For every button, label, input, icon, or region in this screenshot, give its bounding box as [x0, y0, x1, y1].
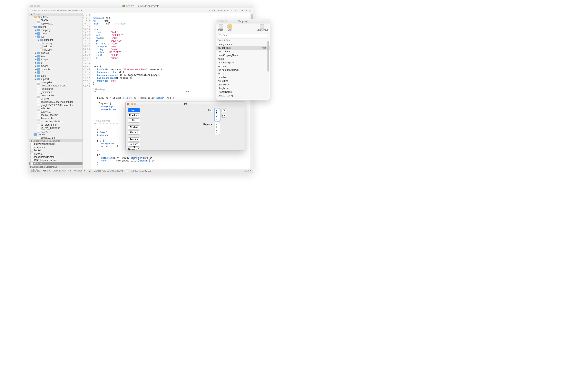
tree-item[interactable]: _section_navigation.txt — [29, 84, 82, 87]
clipping-item[interactable]: haveClippingName — [216, 53, 270, 57]
hash-icon[interactable]: #▾ — [245, 9, 247, 12]
lineend-popup[interactable]: Unix (LF) ▾ — [74, 169, 85, 172]
history-icon[interactable]: ⏱ — [222, 108, 226, 112]
tree-item[interactable]: coderay.css — [29, 42, 82, 45]
tree-item[interactable]: ug_program.txt — [29, 123, 82, 126]
open-doc-item[interactable]: site.css✕ — [29, 162, 82, 165]
traffic-lights[interactable] — [30, 5, 40, 7]
tree-item[interactable]: ▼content — [29, 25, 82, 29]
counterpart-icon[interactable]: ⎘ — [250, 9, 251, 12]
tree-item[interactable]: _sub_section.txt — [29, 94, 82, 97]
tree-item[interactable]: _sidebar.txt — [29, 91, 82, 94]
zoom-popup[interactable]: 100% ▾ — [243, 169, 251, 172]
clipping-item[interactable]: mumble — [216, 75, 270, 79]
grep-toggle-icon[interactable]: g ▾ — [222, 114, 226, 118]
open-doc-item[interactable]: index.txt✕ — [29, 152, 82, 155]
project-tree[interactable]: ▼rake filesSitefiledeploy.rake▼content▶c… — [29, 16, 82, 140]
open-doc-item[interactable]: faq.txt✕ — [29, 149, 82, 152]
tree-item[interactable]: ▼layouts — [29, 133, 82, 136]
clipping-item[interactable]: docpath test — [216, 50, 270, 53]
next-button[interactable]: Next — [128, 108, 140, 112]
tree-item[interactable]: ▶discuss — [29, 51, 82, 55]
tree-item[interactable]: deploy.rake — [29, 22, 82, 25]
tree-item[interactable]: googlef9429b235f0cbca7.html — [29, 104, 82, 107]
lang-popup[interactable]: CSS ▾ — [43, 169, 50, 172]
first-button[interactable]: First — [128, 118, 140, 123]
clipping-item[interactable]: php_block — [216, 83, 270, 86]
replace-button[interactable]: Replace — [128, 137, 140, 142]
window-icon[interactable]: ▭▾ — [240, 9, 243, 12]
replace-input[interactable] — [215, 122, 220, 135]
tree-item[interactable]: help.css — [29, 45, 82, 48]
tree-item[interactable]: google53f592ed214c32ff.html — [29, 100, 82, 104]
tree-item[interactable]: search.txt — [29, 110, 82, 113]
clipping-item[interactable]: date yymmdd — [216, 42, 270, 46]
clipping-item[interactable]: job note — [216, 64, 270, 68]
tree-item[interactable]: index.txt — [29, 107, 82, 110]
insert-button[interactable]: Insert — [218, 25, 223, 31]
tree-item[interactable]: ug_reg.txt — [29, 130, 82, 133]
tree-item[interactable]: ▶blueprint — [29, 38, 82, 42]
project-header[interactable]: ▼ Project — [29, 13, 82, 16]
edit-button[interactable]: Edit — [227, 25, 232, 31]
clipping-item[interactable]: ProperName — [216, 90, 270, 94]
tree-item[interactable]: ▶js — [29, 61, 82, 64]
clipping-item[interactable]: job note markdown — [216, 68, 270, 72]
tree-item[interactable]: ug_missing_fields.txt — [29, 120, 82, 123]
clipping-item[interactable]: Nu_string — [216, 79, 270, 83]
tree-item[interactable]: special_offer.txt — [29, 113, 82, 117]
tree-item[interactable]: _section.txt — [29, 87, 82, 91]
tree-item[interactable]: ug_reg_thanks.txt — [29, 126, 82, 130]
clippings-traffic-lights[interactable] — [218, 20, 227, 22]
tree-item[interactable]: ▶movies — [29, 64, 82, 68]
find-title: Find — [183, 103, 187, 105]
find-input[interactable] — [215, 108, 220, 121]
clipping-item[interactable]: hosts — [216, 57, 270, 61]
clipping-item[interactable]: Date & Time — [216, 39, 270, 42]
tree-item[interactable]: error.txt — [29, 97, 82, 100]
tree-item[interactable]: ▶company — [29, 29, 82, 32]
tree-item[interactable]: ▶support — [29, 77, 82, 81]
encoding-popup[interactable]: Unicode (UTF-8) ▾ — [53, 169, 71, 172]
clippings-list[interactable]: Date & Timedate yymmdddivider-date^⌥⌘Ddo… — [216, 39, 270, 100]
tree-item[interactable]: _navigation.txt — [29, 81, 82, 84]
find-all-button[interactable]: Find All — [128, 125, 140, 129]
previous-button[interactable]: Previous — [128, 113, 140, 117]
tree-item[interactable]: bbedit10.html — [29, 136, 82, 140]
clipping-item[interactable]: divider-date^⌥⌘D — [216, 46, 270, 50]
open-doc-item[interactable]: builtwithbbedit.html✕ — [29, 142, 82, 146]
replace-all-button[interactable]: Replace All — [128, 142, 140, 147]
open-docs-list[interactable]: builtwithbbedit.html✕disclaimer.txt✕faq.… — [29, 142, 82, 165]
clipping-item[interactable]: log run — [216, 72, 270, 75]
open-docs-header[interactable]: ▼ Currently Open Documents — [29, 140, 82, 142]
tree-item[interactable]: ▼rake files — [29, 16, 82, 19]
open-doc-item[interactable]: ODBAutomationError.txt✕ — [29, 159, 82, 162]
open-doc-item[interactable]: disclaimer.txt✕ — [29, 146, 82, 149]
open-doc-item[interactable]: mosaiccredits.html✕ — [29, 155, 82, 159]
tree-item[interactable]: Sitefile — [29, 19, 82, 22]
tree-item[interactable]: thedeck.php — [29, 117, 82, 120]
find-traffic-lights[interactable] — [127, 103, 136, 105]
clipping-item[interactable]: html boilerplate — [216, 61, 270, 64]
clippings-scrollbar[interactable] — [267, 39, 270, 100]
tree-item[interactable]: site.css — [29, 48, 82, 51]
pencil-icon[interactable]: ✎▾ — [234, 9, 238, 12]
clippings-search-input[interactable] — [218, 33, 268, 37]
tree-item[interactable]: ▼css — [29, 35, 82, 38]
clipping-item[interactable]: quoted_string — [216, 94, 270, 98]
function-popup[interactable]: (no function selected) — [208, 9, 229, 12]
replace-find-button[interactable]: Replace & Find — [128, 148, 140, 150]
clippings-title: Clippings — [238, 20, 248, 23]
worksheet-header[interactable]: ▶ Worksheet & Scratchpad — [29, 165, 82, 168]
lock-icon[interactable]: 🔒 — [88, 169, 91, 172]
tree-item[interactable]: ▶s5 — [29, 71, 82, 74]
clipping-item[interactable]: php_boiler — [216, 86, 270, 90]
tree-item[interactable]: ▶store — [29, 74, 82, 77]
extract-button[interactable]: Extract — [128, 131, 140, 134]
tree-item[interactable]: ▶contact — [29, 32, 82, 35]
nav-back-icon[interactable]: ⊘ — [31, 9, 33, 12]
tree-item[interactable]: ▶images — [29, 58, 82, 61]
set-shortcut-button[interactable]: Set Shortcut — [256, 25, 268, 31]
tree-item[interactable]: ▶products — [29, 68, 82, 71]
tree-item[interactable]: ▶files — [29, 55, 82, 58]
